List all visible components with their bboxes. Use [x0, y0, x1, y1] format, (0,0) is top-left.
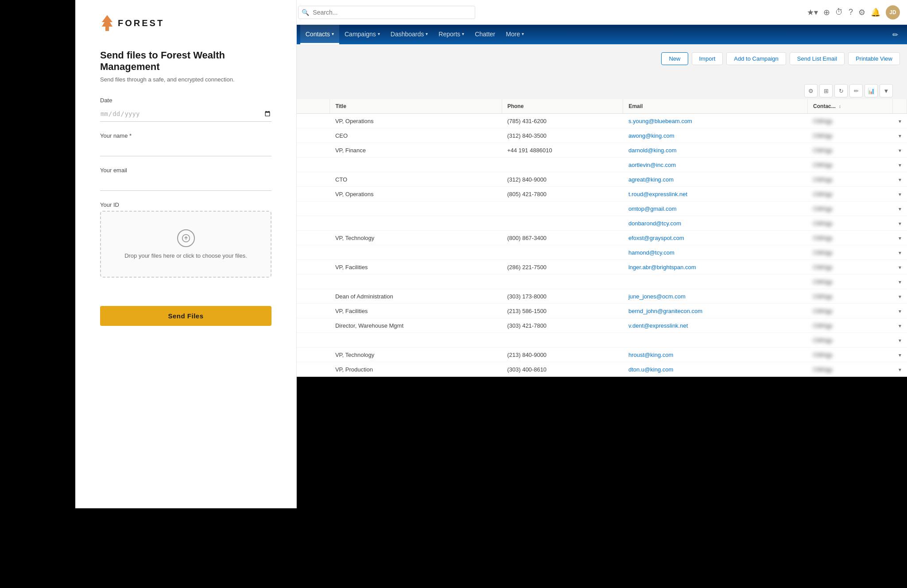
cell-email: lnger.abr@brightspan.com [623, 260, 808, 275]
row-action-icon[interactable]: ▾ [899, 250, 901, 256]
row-action-icon[interactable]: ▾ [899, 235, 901, 241]
row-action-icon[interactable]: ▾ [899, 279, 901, 285]
add-to-campaign-button[interactable]: Add to Campaign [726, 52, 786, 65]
nav-dashboards-label: Dashboards [391, 31, 424, 38]
row-action-icon[interactable]: ▾ [899, 264, 901, 271]
nav-campaigns-label: Campaigns [345, 31, 376, 38]
date-input[interactable] [100, 106, 271, 122]
cell-email [623, 275, 808, 289]
cell-contact: CMHgp [808, 304, 893, 318]
email-label: Your email [100, 167, 271, 174]
send-list-email-button[interactable]: Send List Email [790, 52, 845, 65]
cell-title: VP, Finance [330, 143, 502, 158]
row-action-icon[interactable]: ▾ [899, 147, 901, 154]
cell-phone: (312) 840-3500 [502, 128, 623, 143]
cell-contact: CMHgp [808, 158, 893, 172]
recent-items-icon[interactable]: ⏱ [835, 8, 843, 17]
cell-contact: CMHgp [808, 289, 893, 304]
dropzone-text: Drop your files here or click to choose … [110, 252, 262, 259]
global-search[interactable]: 🔍 [298, 6, 475, 19]
printable-view-button[interactable]: Printable View [848, 52, 900, 65]
cell-email: bernd_john@granitecon.com [623, 304, 808, 318]
nav-reports-label: Reports [438, 31, 460, 38]
edit-nav-icon[interactable]: ✏ [887, 25, 903, 44]
forest-tree-icon [100, 14, 114, 32]
add-icon[interactable]: ⊕ [823, 8, 830, 17]
row-action-icon[interactable]: ▾ [899, 206, 901, 212]
cell-email: darnold@king.com [623, 143, 808, 158]
list-refresh-icon[interactable]: ↻ [834, 84, 848, 97]
name-label: Your name * [100, 132, 271, 139]
nav-chatter[interactable]: Chatter [469, 25, 500, 44]
cell-phone: (800) 867-3400 [502, 231, 623, 245]
cell-phone [502, 201, 623, 216]
favorites-icon[interactable]: ★▾ [807, 8, 818, 17]
row-action-icon[interactable]: ▾ [899, 133, 901, 139]
black-bottom-bar [0, 508, 907, 588]
name-input[interactable] [100, 142, 271, 156]
cell-contact: CMHgp [808, 114, 893, 128]
cell-email: aortlevin@inc.com [623, 158, 808, 172]
list-edit-icon[interactable]: ✏ [849, 84, 863, 97]
col-phone[interactable]: Phone [502, 99, 623, 114]
cell-email: hroust@king.com [623, 348, 808, 362]
row-action-icon[interactable]: ▾ [899, 323, 901, 329]
file-dropzone[interactable]: Drop your files here or click to choose … [100, 211, 271, 278]
row-action-icon[interactable]: ▾ [899, 294, 901, 300]
setup-icon[interactable]: ⚙ [858, 8, 865, 17]
cell-phone: (303) 173-8000 [502, 289, 623, 304]
cell-title [330, 158, 502, 172]
import-button[interactable]: Import [692, 52, 723, 65]
cell-title [330, 275, 502, 289]
form-title: Send files to Forest Wealth Management [100, 50, 271, 73]
new-button[interactable]: New [661, 52, 688, 65]
col-email[interactable]: Email [623, 99, 808, 114]
svg-marker-0 [102, 15, 112, 31]
cell-contact: CMHgp [808, 172, 893, 187]
cell-phone: +44 191 4886010 [502, 143, 623, 158]
nav-reports[interactable]: Reports ▾ [433, 25, 469, 44]
row-action-icon[interactable]: ▾ [899, 220, 901, 227]
help-icon[interactable]: ? [849, 8, 853, 17]
row-action-icon[interactable]: ▾ [899, 367, 901, 373]
row-action-icon[interactable]: ▾ [899, 177, 901, 183]
cell-email: v.dent@expresslink.net [623, 318, 808, 333]
col-title[interactable]: Title [330, 99, 502, 114]
id-label: Your ID [100, 201, 271, 208]
cell-title: CTO [330, 172, 502, 187]
row-action-icon[interactable]: ▾ [899, 162, 901, 168]
send-files-button[interactable]: Send Files [100, 306, 271, 326]
col-contact[interactable]: Contac... ↕ [808, 99, 893, 114]
list-filter-icon[interactable]: ▼ [880, 84, 893, 97]
cell-phone: (213) 586-1500 [502, 304, 623, 318]
row-action-icon[interactable]: ▾ [899, 191, 901, 197]
cell-contact: CMHgp [808, 231, 893, 245]
notifications-icon[interactable]: 🔔 [871, 8, 880, 17]
list-charts-icon[interactable]: 📊 [864, 84, 878, 97]
cell-contact: CMHgp [808, 201, 893, 216]
forest-logo: FOREST [100, 14, 271, 32]
avatar[interactable]: JD [886, 5, 900, 19]
row-action-icon[interactable]: ▾ [899, 118, 901, 124]
list-filter-settings-icon[interactable]: ⚙ [804, 84, 818, 97]
cell-title [330, 333, 502, 348]
nav-contacts-label: Contacts [306, 31, 330, 38]
cell-email: donbarond@tcy.com [623, 216, 808, 231]
nav-more[interactable]: More ▾ [500, 25, 529, 44]
list-display-toggle-icon[interactable]: ⊞ [819, 84, 833, 97]
cell-phone: (213) 840-9000 [502, 348, 623, 362]
nav-contacts[interactable]: Contacts ▾ [300, 25, 339, 44]
cell-email: efoxst@grayspot.com [623, 231, 808, 245]
row-action-icon[interactable]: ▾ [899, 352, 901, 358]
row-action-icon[interactable]: ▾ [899, 308, 901, 314]
nav-dashboards[interactable]: Dashboards ▾ [385, 25, 434, 44]
cell-title: VP, Production [330, 362, 502, 377]
cell-title [330, 201, 502, 216]
nav-campaigns[interactable]: Campaigns ▾ [339, 25, 385, 44]
cell-title: Director, Warehouse Mgmt [330, 318, 502, 333]
email-input[interactable] [100, 176, 271, 191]
cell-title [330, 245, 502, 260]
nav-more-label: More [506, 31, 520, 38]
search-input[interactable] [298, 6, 475, 19]
row-action-icon[interactable]: ▾ [899, 337, 901, 344]
